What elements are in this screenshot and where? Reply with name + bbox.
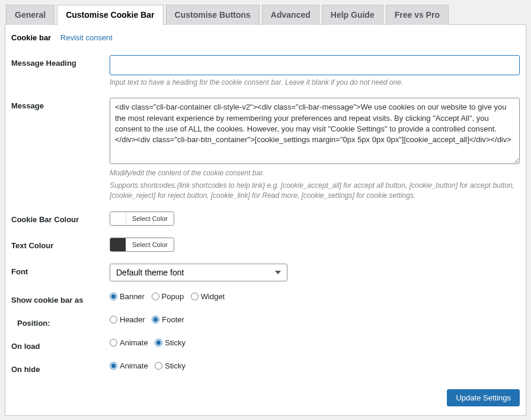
subtab-revisit-consent[interactable]: Revisit consent xyxy=(56,32,115,47)
message-heading-input[interactable] xyxy=(110,55,520,75)
font-select[interactable]: Default theme font xyxy=(110,264,287,281)
position-footer[interactable]: Footer xyxy=(152,315,184,324)
text-colour-button[interactable]: Select Color xyxy=(126,238,174,251)
on-hide-sticky[interactable]: Sticky xyxy=(155,361,185,370)
cookie-bar-colour-picker[interactable]: Select Color xyxy=(110,211,174,226)
on-hide-label: On hide xyxy=(11,361,110,374)
position-label: Position: xyxy=(11,315,110,328)
tab-advanced[interactable]: Advanced xyxy=(262,5,319,25)
show-as-label: Show cookie bar as xyxy=(11,292,110,304)
message-heading-help: Input text to have a heading for the coo… xyxy=(110,78,520,88)
on-hide-animate[interactable]: Animate xyxy=(110,361,148,370)
settings-panel: Cookie bar Revisit consent Message Headi… xyxy=(5,25,526,416)
cookie-bar-colour-label: Cookie Bar Colour xyxy=(11,211,110,224)
show-as-widget[interactable]: Widget xyxy=(191,292,225,301)
font-label: Font xyxy=(11,264,110,276)
message-help-2: Supports shortcodes.{link shortcodes to … xyxy=(110,181,520,201)
show-as-banner[interactable]: Banner xyxy=(110,292,145,301)
subtab-cookie-bar[interactable]: Cookie bar xyxy=(11,32,53,47)
text-colour-picker[interactable]: Select Color xyxy=(110,238,174,252)
subnav: Cookie bar Revisit consent xyxy=(11,31,520,49)
tab-free-vs-pro[interactable]: Free vs Pro xyxy=(386,5,449,25)
on-load-animate[interactable]: Animate xyxy=(110,338,148,347)
message-textarea[interactable]: <div class="cli-bar-container cli-style-… xyxy=(110,98,520,164)
on-load-sticky[interactable]: Sticky xyxy=(155,338,185,347)
position-header[interactable]: Header xyxy=(110,315,145,324)
message-label: Message xyxy=(11,98,110,110)
on-load-label: On load xyxy=(11,338,110,351)
text-colour-label: Text Colour xyxy=(11,238,110,250)
tab-customise-buttons[interactable]: Customise Buttons xyxy=(166,5,260,25)
cookie-bar-colour-button[interactable]: Select Color xyxy=(126,212,174,225)
tab-customise-cookie-bar[interactable]: Customise Cookie Bar xyxy=(57,5,163,25)
show-as-popup[interactable]: Popup xyxy=(152,292,184,301)
tabs: General Customise Cookie Bar Customise B… xyxy=(5,5,526,25)
message-help-1: Modify/edit the content of the cookie co… xyxy=(110,168,520,178)
cookie-bar-colour-swatch xyxy=(110,212,126,225)
update-settings-button[interactable]: Update Settings xyxy=(447,389,520,406)
tab-help-guide[interactable]: Help Guide xyxy=(322,5,383,25)
message-heading-label: Message Heading xyxy=(11,55,110,68)
text-colour-swatch xyxy=(110,238,126,251)
tab-general[interactable]: General xyxy=(6,5,55,25)
